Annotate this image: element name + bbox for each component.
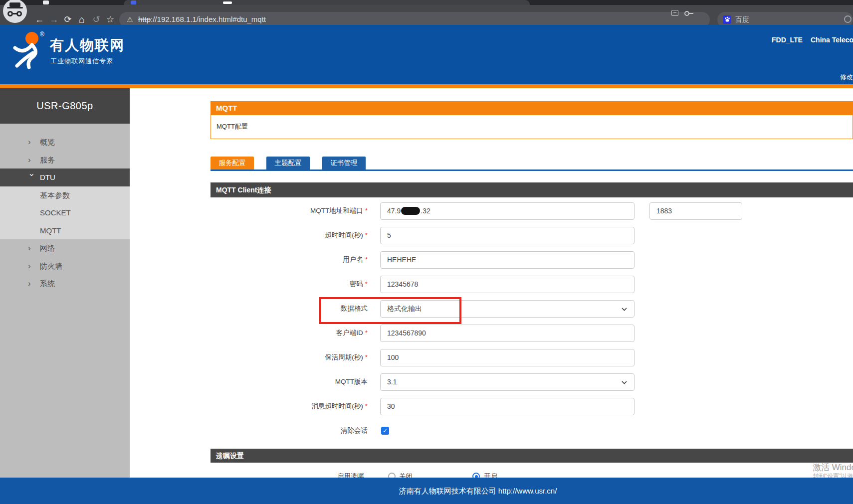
sidebar-item-DTU[interactable]: ›DTU xyxy=(0,168,130,186)
pinned-tab-favicon-icon[interactable] xyxy=(43,0,49,4)
sidebar-item-防火墙[interactable]: ›防火墙 xyxy=(0,257,130,275)
incognito-avatar-icon[interactable] xyxy=(3,0,27,23)
field-label-MQTT版本: MQTT版本 xyxy=(203,377,368,387)
chevron-right-icon: › xyxy=(28,239,36,257)
sidebar-item-SOCKET[interactable]: SOCKET xyxy=(0,204,130,222)
sidebar-item-label: 网络 xyxy=(40,239,55,257)
sidebar-item-label: 系统 xyxy=(40,275,55,293)
field-label-客户端ID: 客户端ID* xyxy=(203,328,368,338)
network-type: FDD_LTE xyxy=(772,36,803,44)
field-label-消息超时时间(秒): 消息超时时间(秒)* xyxy=(203,401,368,411)
sidebar-item-系统[interactable]: ›系统 xyxy=(0,275,130,293)
input-超时时间(秒)[interactable]: 5 xyxy=(380,227,635,244)
required-asterisk: * xyxy=(365,207,368,214)
page-subtitle: MQTT配置 xyxy=(211,115,853,139)
windows-activate-watermark-line1: 激活 Windows xyxy=(813,462,853,473)
input-port[interactable]: 1883 xyxy=(649,202,742,220)
chevron-right-icon: › xyxy=(28,151,36,169)
select-MQTT版本[interactable]: 3.1 xyxy=(380,373,635,391)
input-MQTT地址和端口[interactable]: 47.9.32 xyxy=(380,202,635,220)
password-key-icon[interactable] xyxy=(684,11,693,16)
input-客户端ID[interactable]: 1234567890 xyxy=(380,325,635,342)
sidebar-item-MQTT[interactable]: MQTT xyxy=(0,222,130,240)
section-client-header: MQTT Client连接 xyxy=(211,182,853,197)
sidebar-item-概览[interactable]: ›概览 xyxy=(0,133,130,151)
browser-window: ← → ⟳ ⌂ ↺ ☆ ⚠ http://192.168.1.1/index.h… xyxy=(0,0,853,504)
header-accent-stripe xyxy=(0,84,853,88)
field-label-MQTT地址和端口: MQTT地址和端口* xyxy=(203,206,368,216)
sidebar-item-label: 概览 xyxy=(40,133,55,151)
sidebar-item-label: MQTT xyxy=(40,222,61,240)
required-asterisk: * xyxy=(365,280,368,288)
input-保活周期(秒)[interactable]: 100 xyxy=(380,349,635,366)
page-title: MQTT xyxy=(211,101,853,115)
browser-toolbar: ← → ⟳ ⌂ ↺ ☆ ⚠ http://192.168.1.1/index.h… xyxy=(0,5,853,25)
input-用户名[interactable]: HEHEHE xyxy=(380,251,635,269)
tab-服务配置[interactable]: 服务配置 xyxy=(211,157,254,169)
input-消息超时时间(秒)[interactable]: 30 xyxy=(380,398,635,415)
toolbar-profile-icon[interactable] xyxy=(844,15,852,23)
field-label-超时时间(秒): 超时时间(秒)* xyxy=(203,230,368,240)
page-footer: 济南有人物联网技术有限公司 http://www.usr.cn/ xyxy=(0,478,853,504)
tab-favicon-icon xyxy=(131,0,136,4)
device-name: USR-G805p xyxy=(0,88,130,124)
required-asterisk: * xyxy=(365,231,368,239)
mqtt-tabs: 服务配置主题配置证书管理 xyxy=(211,157,366,169)
field-label-密码: 密码* xyxy=(203,279,368,289)
chevron-right-icon: › xyxy=(28,133,36,151)
sidebar-item-label: SOCKET xyxy=(40,204,71,222)
clear-session-checkbox[interactable]: ✓ xyxy=(381,427,389,435)
sidebar-item-label: 基本参数 xyxy=(40,186,70,204)
sidebar-item-label: 防火墙 xyxy=(40,257,62,275)
field-label-用户名: 用户名* xyxy=(203,255,368,265)
sidebar-item-基本参数[interactable]: 基本参数 xyxy=(0,186,130,204)
modify-link[interactable]: 修改 xyxy=(840,73,853,82)
tab-证书管理[interactable]: 证书管理 xyxy=(322,157,366,169)
annotation-red-box xyxy=(319,297,461,324)
footer-text: 济南有人物联网技术有限公司 http://www.usr.cn/ xyxy=(399,478,557,504)
required-asterisk: * xyxy=(365,402,368,410)
input-密码[interactable]: 12345678 xyxy=(380,276,635,293)
tab-underline xyxy=(211,169,853,171)
site-header: ® 有人物联网 工业物联网通信专家 FDD_LTEChina Telecom 修… xyxy=(0,25,853,84)
required-asterisk: * xyxy=(365,353,368,361)
sidebar-nav: ›概览›服务›DTU基本参数SOCKETMQTT›网络›防火墙›系统 xyxy=(0,124,130,478)
sidebar-item-label: DTU xyxy=(40,168,55,186)
field-label-保活周期(秒): 保活周期(秒)* xyxy=(203,352,368,362)
brand-slogan: 工业物联网通信专家 xyxy=(50,57,113,66)
url-rest: ://192.168.1.1/index.html#dtu_mqtt xyxy=(151,15,266,23)
tab-title-placeholder xyxy=(223,1,232,4)
redaction-scribble xyxy=(401,207,420,215)
chevron-right-icon: › xyxy=(28,275,36,293)
required-asterisk: * xyxy=(365,329,368,336)
reader-mode-icon[interactable] xyxy=(671,10,678,16)
url-scheme: http xyxy=(138,15,151,23)
tab-主题配置[interactable]: 主题配置 xyxy=(266,157,310,169)
carrier-name: China Telecom xyxy=(811,36,853,44)
usr-logo-icon: ® xyxy=(12,30,48,72)
field-label-清除会话: 清除会话 xyxy=(203,426,368,436)
brand-title: 有人物联网 xyxy=(50,36,125,55)
network-status: FDD_LTEChina Telecom xyxy=(772,36,853,44)
required-asterisk: * xyxy=(365,256,368,263)
svg-text:®: ® xyxy=(40,31,44,38)
section-lwt-header: 遗嘱设置 xyxy=(211,449,853,463)
browser-active-tab[interactable] xyxy=(124,0,530,5)
baidu-logo-icon xyxy=(723,15,731,24)
sidebar-item-网络[interactable]: ›网络 xyxy=(0,239,130,257)
sidebar-item-服务[interactable]: ›服务 xyxy=(0,151,130,169)
chevron-right-icon: › xyxy=(28,257,36,275)
sidebar-item-label: 服务 xyxy=(40,151,55,169)
browser-tab-strip xyxy=(0,0,853,5)
chevron-down-icon: › xyxy=(23,173,41,181)
